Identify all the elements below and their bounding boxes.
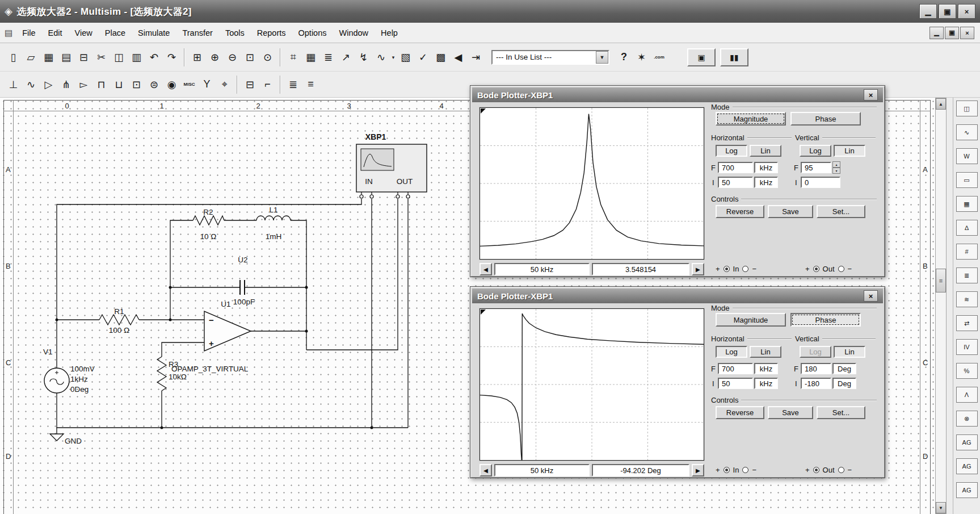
- bode-magnitude-titlebar[interactable]: Bode Plotter-XBP1 ×: [472, 87, 883, 102]
- frequency-counter-instrument-icon[interactable]: #: [956, 244, 978, 260]
- resistor-r1[interactable]: [99, 315, 139, 325]
- reverse-button[interactable]: Reverse: [716, 406, 764, 419]
- in-plus-terminal[interactable]: [724, 467, 730, 473]
- database-icon[interactable]: ≣: [319, 48, 337, 66]
- ladder-rungs-icon[interactable]: ≣: [284, 76, 302, 93]
- bode-magnitude-graph[interactable]: [480, 107, 704, 260]
- source-v1[interactable]: [44, 368, 69, 393]
- hierarchical-block-icon[interactable]: ⊟: [241, 76, 259, 93]
- vertical-f-field[interactable]: 180: [801, 363, 831, 374]
- grapher-icon[interactable]: ∿: [372, 48, 390, 66]
- print-icon[interactable]: ▤: [57, 48, 75, 66]
- zoom-full-icon[interactable]: ⊙: [259, 48, 276, 66]
- logic-analyzer-instrument-icon[interactable]: ≋: [956, 291, 978, 307]
- zoom-area-icon[interactable]: ⊡: [241, 48, 259, 66]
- source-components-icon[interactable]: ⊥: [5, 76, 22, 93]
- spectrum-analyzer-instrument-icon[interactable]: Λ: [956, 387, 978, 403]
- paste-icon[interactable]: ▥: [128, 48, 145, 66]
- postprocessor-icon[interactable]: ▧: [397, 48, 414, 66]
- open-icon[interactable]: ▱: [22, 48, 40, 66]
- child-minimize-button[interactable]: ▁: [929, 27, 944, 39]
- graph-cursor-marker[interactable]: [481, 108, 486, 114]
- in-use-list-combo[interactable]: --- In Use List --- ▼: [491, 50, 609, 65]
- scrollbar-thumb[interactable]: ≡: [936, 269, 946, 292]
- cmos-components-icon[interactable]: ⊔: [110, 76, 128, 93]
- in-minus-terminal[interactable]: [742, 266, 748, 272]
- menu-file[interactable]: File: [16, 25, 41, 41]
- function-generator-instrument-icon[interactable]: ∿: [956, 124, 978, 140]
- close-icon[interactable]: ×: [864, 290, 878, 302]
- multimeter-instrument-icon[interactable]: ◫: [956, 101, 978, 116]
- menu-tools[interactable]: Tools: [219, 25, 251, 41]
- cursor-left-button[interactable]: ◄: [480, 263, 492, 275]
- distortion-analyzer-instrument-icon[interactable]: %: [956, 363, 978, 379]
- transistor-components-icon[interactable]: ⋔: [57, 76, 75, 93]
- bode-phase-graph[interactable]: [480, 308, 704, 461]
- magnitude-button[interactable]: Magnitude: [716, 313, 786, 327]
- restore-button[interactable]: ▣: [939, 4, 956, 19]
- vertical-lin-button[interactable]: Lin: [834, 346, 865, 358]
- vertical-lin-button[interactable]: Lin: [834, 145, 865, 157]
- misc-components-icon[interactable]: MISC: [180, 76, 198, 93]
- menu-options[interactable]: Options: [292, 25, 333, 41]
- menu-reports[interactable]: Reports: [251, 25, 292, 41]
- cut-icon[interactable]: ✂: [92, 48, 110, 66]
- logic-converter-instrument-icon[interactable]: ⇄: [956, 315, 978, 331]
- magnitude-button[interactable]: Magnitude: [716, 112, 786, 126]
- in-minus-terminal[interactable]: [742, 467, 748, 473]
- wattmeter-instrument-icon[interactable]: W: [956, 148, 978, 164]
- speaker-icon[interactable]: ◀: [449, 48, 467, 66]
- vertical-scrollbar[interactable]: ▲ ≡ ▼: [935, 98, 947, 514]
- four-channel-oscilloscope-instrument-icon[interactable]: ▦: [956, 196, 978, 212]
- save-icon[interactable]: ▦: [40, 48, 57, 66]
- spinner-up-icon[interactable]: ▴: [832, 161, 840, 168]
- iv-analyzer-instrument-icon[interactable]: IV: [956, 339, 978, 355]
- transfer-data-icon[interactable]: ⇥: [467, 48, 485, 66]
- redo-icon[interactable]: ↷: [163, 48, 180, 66]
- cursor-left-button[interactable]: ◄: [480, 464, 492, 477]
- print-preview-icon[interactable]: ⊟: [75, 48, 92, 66]
- mixed-components-icon[interactable]: ⊜: [145, 76, 163, 93]
- close-button[interactable]: ×: [958, 4, 975, 19]
- graph-cursor-marker[interactable]: [481, 310, 486, 315]
- spinner-down-icon[interactable]: ▾: [832, 168, 840, 174]
- set-button[interactable]: Set...: [817, 205, 865, 218]
- phase-button[interactable]: Phase: [790, 313, 861, 327]
- vertical-f-spinner[interactable]: ▴ ▾: [832, 161, 840, 174]
- child-restore-button[interactable]: ▣: [945, 27, 959, 39]
- spreadsheet-icon[interactable]: ▦: [302, 48, 319, 66]
- erc-icon[interactable]: ✓: [414, 48, 432, 66]
- scroll-down-icon[interactable]: ▼: [936, 502, 946, 513]
- component-wizard-icon[interactable]: ↗: [337, 48, 355, 66]
- menu-place[interactable]: Place: [99, 25, 132, 41]
- hierarchy-icon[interactable]: ⌗: [284, 48, 302, 66]
- menu-help[interactable]: Help: [375, 25, 404, 41]
- horizontal-f-field[interactable]: 700: [718, 363, 753, 374]
- bode-phase-titlebar[interactable]: Bode Plotter-XBP1 ×: [472, 289, 883, 303]
- vertical-i-field[interactable]: -180: [801, 378, 831, 389]
- indicator-components-icon[interactable]: ◉: [163, 76, 180, 93]
- pause-simulation-button[interactable]: ▮▮: [720, 48, 748, 66]
- out-plus-terminal[interactable]: [813, 467, 819, 473]
- dotcom-icon[interactable]: .com: [650, 48, 668, 66]
- vertical-f-field[interactable]: 95: [801, 162, 831, 173]
- horizontal-i-field[interactable]: 50: [718, 378, 753, 389]
- phase-button[interactable]: Phase: [790, 112, 861, 126]
- child-close-button[interactable]: ×: [960, 27, 974, 39]
- ladder-rails-icon[interactable]: ≡: [302, 76, 319, 93]
- zoom-page-icon[interactable]: ⊞: [188, 48, 206, 66]
- horizontal-log-button[interactable]: Log: [716, 346, 747, 358]
- menu-simulate[interactable]: Simulate: [132, 25, 176, 41]
- save-button[interactable]: Save: [768, 205, 813, 218]
- agilent-multimeter-instrument-icon[interactable]: AG: [956, 458, 978, 474]
- menu-edit[interactable]: Edit: [42, 25, 69, 41]
- rf-components-icon[interactable]: Y: [198, 76, 216, 93]
- copy-icon[interactable]: ◫: [110, 48, 128, 66]
- save-button[interactable]: Save: [768, 406, 813, 419]
- horizontal-log-button[interactable]: Log: [716, 145, 747, 157]
- chevron-down-icon[interactable]: ▼: [596, 51, 608, 64]
- resistor-r3[interactable]: [157, 357, 166, 391]
- diode-components-icon[interactable]: ▷: [40, 76, 57, 93]
- in-plus-terminal[interactable]: [724, 266, 730, 272]
- close-icon[interactable]: ×: [864, 89, 878, 101]
